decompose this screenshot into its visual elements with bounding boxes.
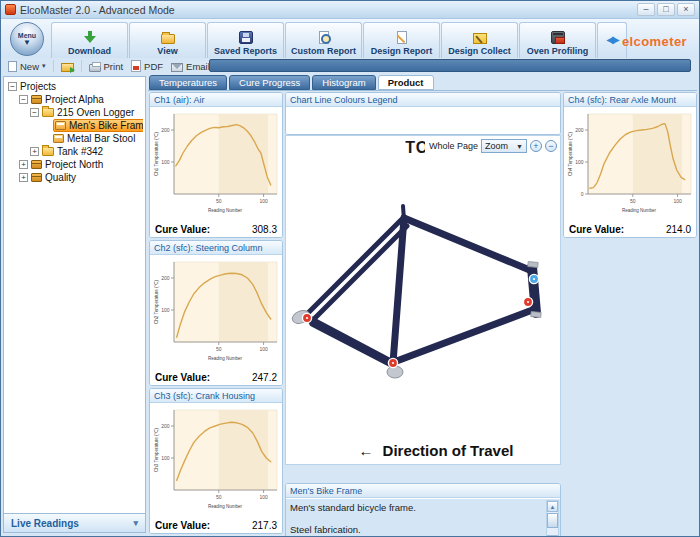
ribbon-tab-design-report[interactable]: Design Report [363,22,440,58]
tree-expander[interactable]: − [19,95,28,104]
legend-panel: Chart Line Colours Legend [285,92,561,135]
toolbar-button-pdf[interactable]: PDF [127,59,167,73]
svg-text:Ch4 Temperature (°C): Ch4 Temperature (°C) [568,132,573,176]
svg-text:50: 50 [216,494,222,500]
saved-icon [239,31,253,44]
ribbon-tab-label: View [157,46,177,56]
cure-value-row: Cure Value:308.3 [150,221,282,237]
toolbar-button-print[interactable]: Print [85,60,128,73]
scroll-up-icon[interactable]: ▲ [547,501,558,512]
toolbar-button-label: Email [186,61,210,72]
cure-value-row: Cure Value:247.2 [150,369,282,385]
tree-expander[interactable]: − [30,108,39,117]
tree-item-quality[interactable]: +Quality [6,171,143,184]
svg-text:50: 50 [216,346,222,352]
svg-text:Reading Number: Reading Number [208,208,243,213]
toolbar-header-bar [209,59,691,72]
toolbar-separator [53,60,54,72]
bike-frame-image [286,136,562,466]
tree-expander[interactable]: − [8,82,17,91]
cure-value-label: Cure Value: [155,520,210,531]
cure-value-label: Cure Value: [569,224,624,235]
chart-panel-title: Ch3 (sfc): Crank Housing [150,389,282,403]
scrollbar-thumb[interactable] [547,513,558,528]
box-icon [31,95,42,104]
box-icon [31,160,42,169]
menu-button[interactable]: Menu ▼ [10,22,44,56]
svg-text:Reading Number: Reading Number [208,356,243,361]
tab-histogram[interactable]: Histogram [312,75,375,90]
folder-icon [42,147,54,156]
chart-plot: 10020050100Ch2 Temperature (°C)Reading N… [150,256,282,370]
email-icon [171,63,183,72]
description-text: Men's standard bicycle frame.Steel fabri… [286,499,560,537]
tree-item-project-alpha[interactable]: −Project Alpha [6,93,143,106]
designrep-icon [397,31,407,44]
toolbar-button-label: PDF [144,61,163,72]
tree-item-label: Men's Bike Frame - MSCF26 [69,120,143,131]
ribbon-tab-custom-report[interactable]: Custom Report [285,22,362,58]
ribbon-tab-design-collect[interactable]: Design Collect [441,22,518,58]
toolbar-button-new[interactable]: New▾ [4,60,50,73]
tree-item-215-oven-logger[interactable]: −215 Oven Logger [6,106,143,119]
chart-plot: 010020050100Ch4 Temperature (°C)Reading … [564,108,696,222]
ribbon-tab-label: Saved Reports [214,46,277,56]
tab-product[interactable]: Product [378,75,434,90]
description-line: Men's standard bicycle frame. [290,502,542,513]
description-scrollbar[interactable]: ▲ ▼ [546,500,559,537]
tree-item-metal-bar-stool[interactable]: Metal Bar Stool [6,132,143,145]
tree-item-project-north[interactable]: +Project North [6,158,143,171]
live-readings-label: Live Readings [11,518,79,529]
main-panel: TemperaturesCure ProgressHistogramProduc… [148,75,697,533]
document-tabs: TemperaturesCure ProgressHistogramProduc… [149,75,434,90]
ribbon-tab-label: Custom Report [291,46,356,56]
ribbon-tab-label: Design Collect [448,46,511,56]
direction-of-travel-label: ←Direction of Travel [286,442,560,459]
tree-item-label: Metal Bar Stool [67,133,135,144]
tree-item-tank-342[interactable]: +Tank #342 [6,145,143,158]
svg-text:Ch1 Temperature (°C): Ch1 Temperature (°C) [154,132,159,176]
svg-text:100: 100 [575,159,584,165]
svg-text:Ch2 Temperature (°C): Ch2 Temperature (°C) [154,280,159,324]
ribbon-tab-download[interactable]: Download [51,22,128,58]
svg-text:Reading Number: Reading Number [208,504,243,509]
cure-value-row: Cure Value:214.0 [564,221,696,237]
svg-text:100: 100 [161,307,170,313]
svg-text:100: 100 [259,494,268,500]
tree-expander[interactable]: + [19,173,28,182]
ribbon-tab-oven-profiling[interactable]: Oven Profiling [519,22,596,58]
chevron-down-icon: ▼ [23,39,31,46]
new-icon [8,61,17,72]
brand-logo: elcometer [622,34,687,49]
toolbar-button-item[interactable] [57,60,78,73]
tree-item-projects[interactable]: −Projects [6,80,143,93]
legend-panel-body [286,108,560,134]
tree-expander[interactable]: + [19,160,28,169]
close-button[interactable]: × [677,3,695,16]
tree-expander[interactable]: + [30,147,39,156]
ribbon-tab-label: Download [68,46,111,56]
app-window: ElcoMaster 2.0 - Advanced Mode – □ × Men… [0,0,700,537]
designcol-icon [473,33,487,44]
description-panel-title: Men's Bike Frame [286,484,560,498]
custom-icon [319,31,329,44]
tab-cure-progress[interactable]: Cure Progress [229,75,310,90]
ribbon-tab-view[interactable]: View [129,22,206,58]
tree-item-men-s-bike-frame-mscf26[interactable]: Men's Bike Frame - MSCF26 [6,119,143,132]
maximize-button[interactable]: □ [657,3,675,16]
chevron-down-icon: ▾ [133,518,138,528]
live-readings-bar[interactable]: Live Readings ▾ [4,513,145,532]
download-icon [83,31,97,44]
oven-icon [551,31,565,44]
description-panel: Men's Bike Frame Men's standard bicycle … [285,483,561,537]
folder-icon [42,108,54,117]
minimize-button[interactable]: – [637,3,655,16]
titlebar: ElcoMaster 2.0 - Advanced Mode – □ × [1,1,699,19]
ribbon-tab-saved-reports[interactable]: Saved Reports [207,22,284,58]
toolbar-button-email[interactable]: Email [167,60,214,73]
svg-text:100: 100 [673,198,682,204]
svg-text:100: 100 [161,455,170,461]
svg-text:200: 200 [161,423,170,429]
tab-temperatures[interactable]: Temperatures [149,75,227,90]
cure-value: 247.2 [252,372,277,383]
